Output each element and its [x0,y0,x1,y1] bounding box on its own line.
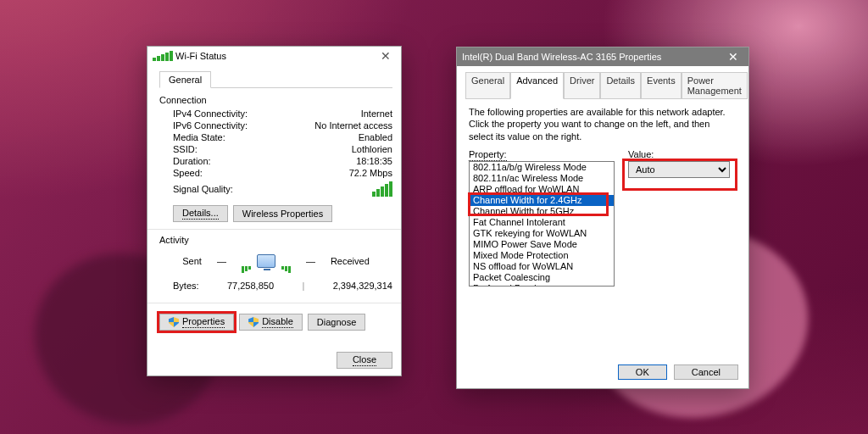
cancel-button[interactable]: Cancel [674,364,738,380]
group-connection: Connection [159,95,392,108]
ipv4-label: IPv4 Connectivity: [173,108,248,119]
value-label: Value: [628,149,737,159]
bytes-separator: | [302,281,304,291]
bytes-label: Bytes: [173,281,199,291]
wireless-properties-button[interactable]: Wireless Properties [233,205,332,222]
adapter-properties-window: Intel(R) Dual Band Wireless-AC 3165 Prop… [456,47,749,389]
ok-button[interactable]: OK [618,364,667,380]
speed-label: Speed: [173,168,203,178]
property-item[interactable]: Channel Width for 2.4GHz [470,195,614,206]
duration-label: Duration: [173,156,211,166]
tab-general[interactable]: General [159,71,211,88]
bytes-received: 2,394,329,314 [333,281,392,291]
close-icon[interactable]: ✕ [723,47,743,66]
group-activity: Activity [159,235,392,247]
speed-value: 72.2 Mbps [349,168,392,178]
value-combobox[interactable]: Auto [628,161,730,178]
ssid-value: Lothlorien [352,144,392,154]
tab-advanced[interactable]: Advanced [510,72,564,99]
ipv6-value: No Internet access [314,120,392,131]
wifi-tabs: General [159,70,392,88]
intro-text: The following properties are available f… [469,106,737,142]
ipv6-label: IPv6 Connectivity: [173,120,248,131]
wifi-status-window: Wi-Fi Status ✕ General Connection IPv4 C… [147,46,402,376]
signal-quality-label: Signal Quality: [173,184,233,194]
tab-details[interactable]: Details [600,72,641,99]
props-titlebar[interactable]: Intel(R) Dual Band Wireless-AC 3165 Prop… [457,47,748,66]
property-item[interactable]: MIMO Power Save Mode [470,239,614,250]
shield-icon [248,317,259,327]
received-label: Received [331,256,370,266]
bytes-sent: 77,258,850 [227,281,274,291]
disable-button[interactable]: Disable [239,314,303,331]
property-item[interactable]: Packet Coalescing [470,272,614,283]
ipv4-value: Internet [361,108,392,119]
close-button[interactable]: Close [337,352,392,369]
tab-driver[interactable]: Driver [564,72,600,99]
network-activity-icon [242,247,291,275]
property-item[interactable]: 802.11n/ac Wireless Mode [470,173,614,184]
property-item[interactable]: Preferred Band [470,283,614,286]
wifi-icon [153,51,173,61]
tab-power-management[interactable]: Power Management [682,72,748,99]
signal-bars-icon [372,181,392,197]
property-item[interactable]: Mixed Mode Protection [470,250,614,261]
props-title: Intel(R) Dual Band Wireless-AC 3165 Prop… [462,52,723,62]
property-item[interactable]: Channel Width for 5GHz [470,206,614,217]
media-value: Enabled [359,132,392,142]
wifi-titlebar[interactable]: Wi-Fi Status ✕ [147,47,401,65]
details-button[interactable]: Details... [173,205,228,222]
property-item[interactable]: NS offload for WoWLAN [470,261,614,272]
props-tabs: General Advanced Driver Details Events P… [465,71,740,99]
diagnose-button[interactable]: Diagnose [308,314,365,331]
shield-icon [169,317,179,327]
divider [147,229,401,230]
sent-label: Sent [182,256,202,266]
tab-general[interactable]: General [465,72,510,99]
ssid-label: SSID: [173,144,198,154]
property-item[interactable]: ARP offload for WoWLAN [470,184,614,195]
media-label: Media State: [173,132,225,142]
divider [147,303,401,303]
property-listbox[interactable]: 802.11a/b/g Wireless Mode802.11n/ac Wire… [469,161,615,287]
property-item[interactable]: 802.11a/b/g Wireless Mode [470,162,614,173]
properties-button[interactable]: Properties [159,314,234,331]
property-label: Property: [469,149,615,159]
wifi-title: Wi-Fi Status [175,51,376,61]
close-icon[interactable]: ✕ [376,47,396,65]
property-item[interactable]: GTK rekeying for WoWLAN [470,228,614,239]
property-item[interactable]: Fat Channel Intolerant [470,217,614,228]
tab-events[interactable]: Events [641,72,682,99]
duration-value: 18:18:35 [356,156,392,166]
